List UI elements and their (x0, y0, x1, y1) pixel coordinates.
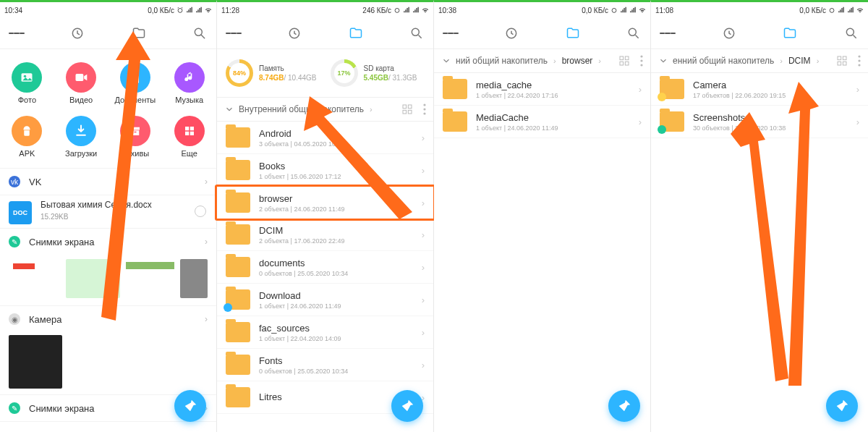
folder-row[interactable]: Screenshots30 объектов | 25.06.2020 10:3… (651, 106, 868, 138)
history-button[interactable] (286, 25, 302, 41)
browse-tab[interactable] (131, 25, 147, 41)
chevron-right-icon: › (205, 237, 208, 247)
folder-row[interactable]: fac_sources1 объект | 22.04.2020 14:09› (217, 316, 433, 349)
svg-point-16 (395, 9, 399, 13)
wifi-icon (639, 7, 646, 14)
category-apk[interactable]: APK (0, 111, 54, 165)
highlighted-folder: browser2 объекта | 24.06.2020 11:49› (215, 185, 435, 221)
folder-row[interactable]: Fonts0 объектов | 25.05.2020 10:34› (217, 349, 433, 381)
category-docs[interactable]: Документы (109, 58, 163, 111)
donut-chart: 17% (331, 59, 358, 87)
folder-icon (566, 26, 580, 41)
svg-point-27 (612, 9, 616, 13)
browse-tab-active[interactable] (782, 25, 798, 41)
chevron-right-icon: › (422, 327, 425, 338)
signal-icon (847, 7, 854, 14)
menu-button[interactable] (226, 25, 242, 41)
category-label: Фото (18, 96, 36, 104)
chevron-right-icon: › (422, 262, 425, 273)
category-archives[interactable]: Архивы (109, 111, 163, 165)
svg-marker-47 (731, 112, 788, 381)
grid-view-icon[interactable] (401, 103, 413, 115)
svg-point-25 (423, 112, 425, 114)
svg-rect-40 (838, 56, 841, 60)
browse-tab-active[interactable] (565, 25, 581, 41)
history-button[interactable] (503, 25, 519, 41)
toolbar (651, 18, 868, 48)
category-more[interactable]: Еще (162, 111, 216, 165)
cleaner-fab[interactable] (174, 390, 206, 422)
folder-row[interactable]: MediaCache1 объект | 24.06.2020 11:49› (434, 106, 650, 138)
folder-row[interactable]: browser2 объекта | 24.06.2020 11:49› (217, 187, 433, 219)
svg-point-39 (846, 28, 854, 35)
folder-row[interactable]: Android3 объекта | 04.05.2020 10:07› (217, 122, 433, 154)
more-icon[interactable] (858, 55, 861, 67)
folder-row[interactable]: Books1 объект | 15.06.2020 17:12› (217, 154, 433, 187)
breadcrumb[interactable]: ний общий накопитель › browser › (434, 49, 650, 72)
screenshot-icon: ✎ (9, 402, 20, 414)
folder-icon (132, 26, 146, 41)
broom-icon (616, 398, 632, 414)
doc-icon: DOC (9, 201, 32, 224)
select-checkbox[interactable] (195, 206, 206, 217)
chevron-down-icon (441, 56, 451, 66)
folder-row[interactable]: Download1 объект | 24.06.2020 11:49› (217, 284, 433, 316)
category-photo[interactable]: Фото (0, 58, 54, 111)
category-music[interactable]: Музыка (162, 58, 216, 111)
screenshot-thumbs (0, 255, 216, 305)
grid-view-icon[interactable] (836, 55, 848, 67)
chevron-right-icon: › (780, 56, 783, 65)
folder-row[interactable]: DCIM2 объекта | 17.06.2020 22:49› (217, 219, 433, 251)
folder-row[interactable]: media_cache1 объект | 22.04.2020 17:16› (434, 73, 650, 106)
svg-point-0 (178, 9, 182, 13)
folder-icon (660, 79, 684, 99)
folder-row[interactable]: Camera17 объектов | 22.06.2020 19:15› (651, 73, 868, 106)
menu-button[interactable] (443, 25, 459, 41)
search-button[interactable] (409, 25, 425, 41)
history-button[interactable] (721, 25, 737, 41)
history-button[interactable] (69, 25, 85, 41)
menu-button[interactable] (660, 25, 676, 41)
recent-file[interactable]: DOC Бытовая химия Семья.docx 15.29KB (0, 195, 216, 228)
category-downloads[interactable]: Загрузки (54, 111, 109, 165)
storage-internal[interactable]: 84% Память 8.74GB/ 10.44GB (223, 56, 323, 90)
more-icon[interactable] (640, 55, 643, 67)
svg-rect-31 (625, 56, 629, 60)
menu-button[interactable] (9, 25, 25, 41)
thumbnail[interactable] (9, 259, 63, 298)
camera-thumbnail[interactable] (9, 335, 62, 389)
svg-rect-22 (408, 110, 412, 114)
thumbnail[interactable] (123, 259, 177, 298)
storage-sdcard[interactable]: 17% SD карта 5.45GB/ 31.3GB (328, 56, 428, 90)
browse-tab-active[interactable] (348, 25, 364, 41)
category-video[interactable]: Видео (54, 58, 109, 111)
search-button[interactable] (626, 25, 642, 41)
clock-icon (504, 26, 519, 41)
recent-section-vk[interactable]: vk VK › (0, 168, 216, 195)
recent-section-camera[interactable]: ◉ Камера › (0, 305, 216, 332)
folder-row[interactable]: documents0 объектов | 25.05.2020 10:34› (217, 251, 433, 284)
cleaner-fab[interactable] (391, 390, 423, 422)
search-button[interactable] (192, 25, 208, 41)
breadcrumb[interactable]: Внутренний общий накопитель › (217, 98, 433, 121)
toolbar (0, 18, 216, 48)
signal-icon (403, 7, 410, 14)
chevron-right-icon: › (598, 56, 601, 65)
thumbnail[interactable] (180, 259, 208, 298)
chevron-right-icon: › (422, 360, 425, 370)
folder-icon (349, 26, 363, 41)
svg-point-23 (423, 103, 425, 106)
grid-view-icon[interactable] (618, 55, 630, 67)
cleaner-fab[interactable] (826, 390, 858, 422)
breadcrumb[interactable]: енний общий накопитель › DCIM › (651, 49, 868, 72)
svg-rect-7 (133, 78, 137, 79)
svg-point-2 (195, 28, 202, 35)
search-button[interactable] (843, 25, 859, 41)
broom-icon (399, 398, 415, 414)
signal-icon (629, 7, 637, 14)
recent-section-screenshots[interactable]: ✎ Снимки экрана › (0, 228, 216, 255)
more-icon[interactable] (423, 103, 426, 115)
cleaner-fab[interactable] (608, 390, 640, 422)
svg-rect-33 (625, 62, 629, 65)
thumbnail[interactable] (66, 259, 120, 298)
